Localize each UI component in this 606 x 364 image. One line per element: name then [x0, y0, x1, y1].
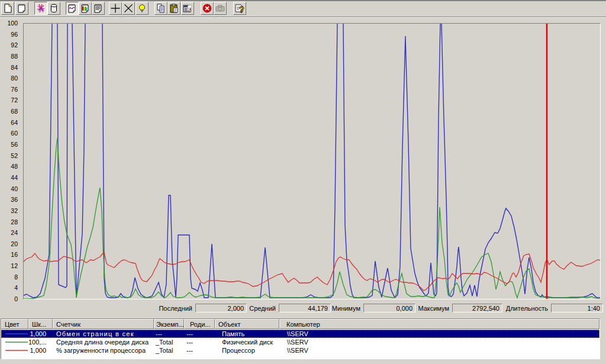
svg-text:?: ? — [239, 4, 244, 14]
